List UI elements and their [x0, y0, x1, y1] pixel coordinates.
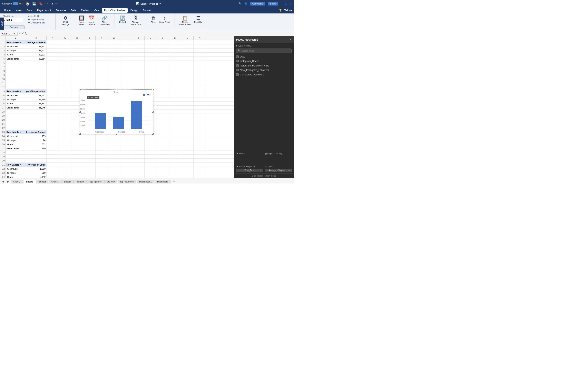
sheet-nav-left[interactable]: ◀: [1, 179, 6, 184]
cell-L-26[interactable]: [157, 142, 169, 146]
cell-J-32[interactable]: [132, 167, 145, 171]
home-icon[interactable]: 🏠: [26, 2, 30, 6]
refresh-button[interactable]: 🔄 Refresh: [118, 15, 128, 26]
cell-C-7[interactable]: [47, 65, 59, 69]
legend-drop-zone[interactable]: [265, 155, 292, 163]
cumulative-checkbox[interactable]: [236, 73, 239, 76]
cell-M-11[interactable]: [169, 81, 181, 85]
cell-O-29[interactable]: [194, 155, 206, 158]
cell-F-34[interactable]: [83, 175, 95, 178]
cell-H-11[interactable]: [108, 81, 120, 85]
cell-K-32[interactable]: [145, 167, 157, 171]
cell-N-19[interactable]: [181, 114, 194, 118]
tab-sheet4[interactable]: Sheet4: [61, 180, 74, 184]
comments-button[interactable]: Comments: [250, 2, 265, 6]
cell-D-15[interactable]: [59, 98, 71, 101]
cell-N-22[interactable]: [181, 126, 194, 130]
cell-E-2[interactable]: [71, 44, 83, 48]
cell-a-23[interactable]: Row Labels▼: [6, 130, 26, 134]
cell-O-1[interactable]: [194, 40, 206, 44]
cell-L-28[interactable]: [157, 150, 169, 154]
cell-D-13[interactable]: [59, 89, 71, 93]
cell-F-4[interactable]: [83, 53, 95, 57]
cell-I-8[interactable]: [120, 69, 132, 73]
cell-E-12[interactable]: [71, 85, 83, 89]
cell-a-32[interactable]: IG carousel: [6, 167, 26, 171]
menu-view[interactable]: View: [92, 8, 101, 13]
dropdown-arrow-icon[interactable]: ▼: [159, 3, 161, 5]
restore-icon[interactable]: □: [286, 2, 287, 5]
cell-b-27[interactable]: 629: [26, 146, 47, 150]
cell-F-10[interactable]: [83, 77, 95, 81]
cell-L-13[interactable]: [157, 89, 169, 93]
cell-C-20[interactable]: [47, 118, 59, 122]
cell-N-31[interactable]: [181, 163, 194, 167]
cell-C-19[interactable]: [47, 114, 59, 118]
values-item-impressions[interactable]: ≡ Average of Impres... ⚙: [265, 169, 292, 172]
cell-a-9[interactable]: [6, 73, 26, 77]
tell-me-label[interactable]: Tell me: [284, 9, 292, 12]
cell-N-26[interactable]: [181, 142, 194, 146]
cell-D-33[interactable]: [59, 171, 71, 175]
cell-N-11[interactable]: [181, 81, 194, 85]
cell-D-19[interactable]: [59, 114, 71, 118]
cell-N-17[interactable]: [181, 106, 194, 109]
cell-O-14[interactable]: [194, 93, 206, 97]
cell-a-5[interactable]: Grand Total: [6, 57, 26, 60]
menu-design[interactable]: Design: [129, 8, 140, 13]
cell-G-34[interactable]: [95, 175, 108, 178]
cell-L-14[interactable]: [157, 93, 169, 97]
cell-b-11[interactable]: [26, 81, 47, 85]
chart-container[interactable]: Total Chart Area Total: [80, 89, 153, 134]
cell-D-14[interactable]: [59, 93, 71, 97]
cell-O-27[interactable]: [194, 146, 206, 150]
cell-F-6[interactable]: [83, 61, 95, 65]
cell-E-10[interactable]: [71, 77, 83, 81]
cell-b-32[interactable]: 1,350: [26, 167, 47, 171]
cell-a-13[interactable]: Row Labels▼: [6, 89, 26, 93]
cell-J-9[interactable]: [132, 73, 145, 77]
cell-C-15[interactable]: [47, 98, 59, 101]
cell-G-2[interactable]: [95, 44, 108, 48]
cell-H-4[interactable]: [108, 53, 120, 57]
cell-E-5[interactable]: [71, 57, 83, 60]
cell-J-31[interactable]: [132, 163, 145, 167]
cell-N-1[interactable]: [181, 40, 194, 44]
cell-M-16[interactable]: [169, 101, 181, 105]
cell-K-27[interactable]: [145, 146, 157, 150]
cell-K-6[interactable]: [145, 61, 157, 65]
cell-a-16[interactable]: IG reel: [6, 101, 26, 105]
cell-M-31[interactable]: [169, 163, 181, 167]
cell-D-27[interactable]: [59, 146, 71, 150]
bookmark-icon[interactable]: 🔖: [39, 2, 43, 6]
cell-a-26[interactable]: IG reel: [6, 142, 26, 146]
cell-I-33[interactable]: [120, 171, 132, 175]
col-header-g[interactable]: G: [95, 36, 108, 40]
cell-F-25[interactable]: [83, 138, 95, 142]
cell-J-11[interactable]: [132, 81, 145, 85]
cell-D-30[interactable]: [59, 159, 71, 162]
cell-O-34[interactable]: [194, 175, 206, 178]
cell-E-9[interactable]: [71, 73, 83, 77]
cell-b-6[interactable]: [26, 61, 47, 65]
pivot-field-date[interactable]: Date: [236, 54, 292, 59]
cell-a-8[interactable]: [6, 69, 26, 73]
cell-C-34[interactable]: [47, 175, 59, 178]
cell-H-26[interactable]: [108, 142, 120, 146]
cell-J-3[interactable]: [132, 49, 145, 52]
cell-M-27[interactable]: [169, 146, 181, 150]
cell-L-7[interactable]: [157, 65, 169, 69]
cell-O-26[interactable]: [194, 142, 206, 146]
minimize-icon[interactable]: ─: [281, 2, 283, 5]
cell-K-4[interactable]: [145, 53, 157, 57]
cell-F-12[interactable]: [83, 85, 95, 89]
cell-H-8[interactable]: [108, 69, 120, 73]
cell-b-20[interactable]: [26, 118, 47, 122]
cell-D-11[interactable]: [59, 81, 71, 85]
cell-N-16[interactable]: [181, 101, 194, 105]
cell-b-9[interactable]: [26, 73, 47, 77]
cell-H-6[interactable]: [108, 61, 120, 65]
cell-L-31[interactable]: [157, 163, 169, 167]
cell-C-10[interactable]: [47, 77, 59, 81]
cell-C-17[interactable]: [47, 106, 59, 109]
